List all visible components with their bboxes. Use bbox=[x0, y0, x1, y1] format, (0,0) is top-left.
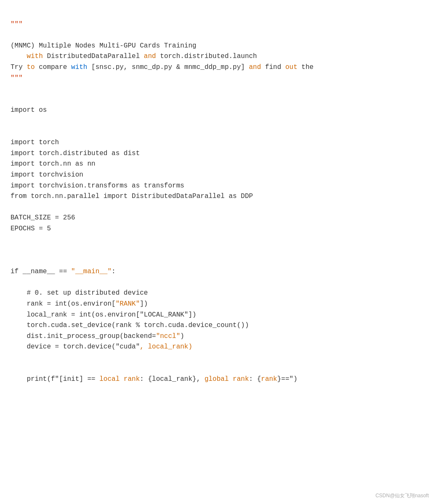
code-token: with bbox=[27, 53, 43, 60]
code-line: if __name__ == "__main__": bbox=[11, 267, 422, 277]
code-token: """ bbox=[11, 74, 23, 82]
code-token: out bbox=[285, 63, 298, 71]
code-token: torch.cuda.set_device(rank % torch.cuda.… bbox=[11, 322, 249, 329]
code-line: EPOCHS = 5 bbox=[11, 224, 422, 235]
code-token: DistributedDataParallel bbox=[43, 53, 144, 60]
code-token: "RANK" bbox=[116, 300, 140, 308]
code-token: import torchvision.transforms as transfo… bbox=[11, 182, 184, 190]
code-token: : { bbox=[249, 375, 261, 383]
code-line: device = torch.device("cuda", local_rank… bbox=[11, 342, 422, 353]
code-token: with bbox=[71, 63, 87, 71]
watermark: CSDN@仙女飞翔nasoft bbox=[375, 492, 429, 500]
code-token: """ bbox=[11, 21, 23, 28]
code-token: (MNMC) Multiple Nodes Multi-GPU Cards Tr… bbox=[11, 42, 197, 50]
code-line: import torchvision.transforms as transfo… bbox=[11, 181, 422, 192]
code-line bbox=[11, 30, 422, 41]
code-token: rank = int(os.environ[ bbox=[11, 300, 116, 308]
code-token: ) bbox=[180, 332, 184, 340]
code-token: if __name__ == bbox=[11, 268, 71, 275]
code-line: BATCH_SIZE = 256 bbox=[11, 213, 422, 224]
code-line: print(f"[init] == local rank: {local_ran… bbox=[11, 374, 422, 385]
code-token: }== bbox=[277, 375, 290, 383]
code-line: (MNMC) Multiple Nodes Multi-GPU Cards Tr… bbox=[11, 41, 422, 52]
code-token: Try bbox=[11, 63, 27, 71]
code-line bbox=[11, 353, 422, 364]
code-line: from torch.nn.parallel import Distribute… bbox=[11, 191, 422, 202]
code-token: dist.init_process_group(backend= bbox=[11, 332, 156, 340]
code-token: ]) bbox=[140, 300, 148, 308]
code-line: rank = int(os.environ["RANK"]) bbox=[11, 299, 422, 310]
code-token: import torch.distributed as dist bbox=[11, 150, 140, 157]
code-token: global rank bbox=[205, 375, 249, 383]
code-token: compare bbox=[35, 63, 71, 71]
code-token: # 0. set up distributed device bbox=[11, 289, 148, 297]
code-token: , local_rank) bbox=[140, 343, 192, 351]
code-line: import torch.distributed as dist bbox=[11, 148, 422, 159]
code-token: rank bbox=[261, 375, 277, 383]
code-token: find bbox=[261, 63, 285, 71]
code-token: local rank bbox=[99, 375, 140, 383]
code-token bbox=[11, 53, 27, 60]
code-token: "nccl" bbox=[156, 332, 181, 340]
code-line bbox=[11, 95, 422, 106]
code-token: : {local_rank}, bbox=[140, 375, 205, 383]
code-token: "__main__" bbox=[71, 268, 112, 275]
code-line bbox=[11, 127, 422, 138]
code-block: """ (MNMC) Multiple Nodes Multi-GPU Card… bbox=[11, 8, 422, 385]
code-line bbox=[11, 245, 422, 256]
code-line bbox=[11, 256, 422, 267]
code-line: local_rank = int(os.environ["LOCAL_RANK"… bbox=[11, 310, 422, 321]
code-line bbox=[11, 116, 422, 127]
code-token: import torchvision bbox=[11, 171, 83, 179]
code-line: with DistributedDataParallel and torch.d… bbox=[11, 51, 422, 62]
code-line bbox=[11, 234, 422, 245]
code-line: Try to compare with [snsc.py, snmc_dp.py… bbox=[11, 62, 422, 73]
code-line: """ bbox=[11, 19, 422, 30]
code-token: to bbox=[27, 63, 35, 71]
code-line bbox=[11, 277, 422, 288]
code-line: """ bbox=[11, 73, 422, 84]
code-token: print(f"[init] == bbox=[11, 375, 99, 383]
code-line: import torchvision bbox=[11, 170, 422, 181]
code-line bbox=[11, 364, 422, 375]
code-token: [snsc.py, snmc_dp.py & mnmc_ddp_mp.py] bbox=[87, 63, 249, 71]
code-token: import os bbox=[11, 106, 47, 114]
code-line: dist.init_process_group(backend="nccl") bbox=[11, 331, 422, 342]
code-line: # 0. set up distributed device bbox=[11, 288, 422, 299]
code-line: torch.cuda.set_device(rank % torch.cuda.… bbox=[11, 320, 422, 331]
code-token: EPOCHS = 5 bbox=[11, 225, 51, 232]
code-token: from torch.nn.parallel import Distribute… bbox=[11, 193, 253, 200]
code-token: ]) bbox=[188, 311, 196, 319]
code-token: device = torch.device( bbox=[11, 343, 116, 351]
code-token: and bbox=[144, 53, 156, 60]
code-token: ") bbox=[290, 375, 298, 383]
code-token: and bbox=[249, 63, 261, 71]
code-token: local_rank = int(os.environ[ bbox=[11, 311, 140, 319]
code-token: BATCH_SIZE = 256 bbox=[11, 214, 75, 222]
code-token: the bbox=[298, 63, 313, 71]
code-token: import torch bbox=[11, 139, 59, 146]
code-token: "cuda" bbox=[116, 343, 140, 351]
code-line: import torch bbox=[11, 137, 422, 148]
code-line: import os bbox=[11, 105, 422, 116]
code-line bbox=[11, 202, 422, 213]
code-token: : bbox=[112, 268, 116, 275]
code-line: import torch.nn as nn bbox=[11, 159, 422, 170]
code-token: import torch.nn as nn bbox=[11, 160, 96, 168]
code-line bbox=[11, 84, 422, 95]
code-token: "LOCAL_RANK" bbox=[140, 311, 188, 319]
code-token: torch.distributed.launch bbox=[156, 53, 257, 60]
